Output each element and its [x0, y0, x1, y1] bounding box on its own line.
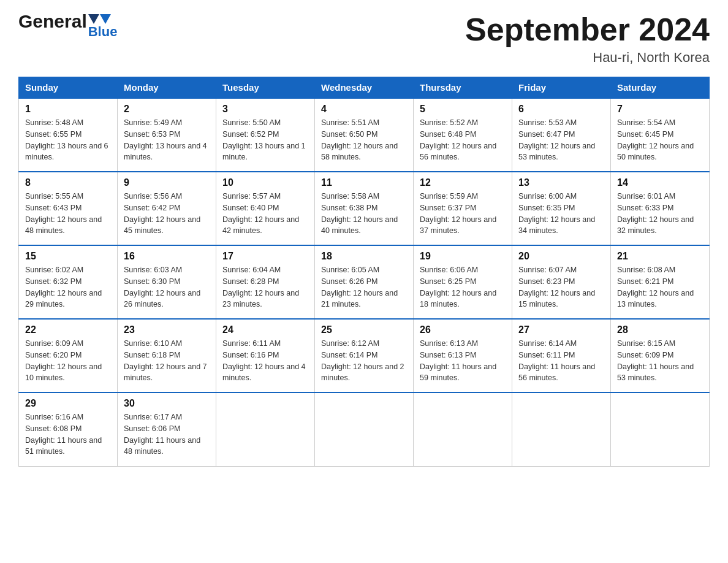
day-info: Sunrise: 5:50 AM Sunset: 6:52 PM Dayligh… [222, 117, 308, 163]
day-number: 25 [321, 324, 407, 335]
day-info: Sunrise: 6:03 AM Sunset: 6:30 PM Dayligh… [124, 264, 210, 310]
table-row: 8 Sunrise: 5:55 AM Sunset: 6:43 PM Dayli… [19, 172, 118, 245]
table-row: 30 Sunrise: 6:17 AM Sunset: 6:06 PM Dayl… [118, 393, 216, 466]
day-info: Sunrise: 6:01 AM Sunset: 6:33 PM Dayligh… [617, 191, 703, 237]
logo-triangles [88, 14, 118, 24]
header-thursday: Thursday [414, 77, 512, 99]
day-info: Sunrise: 5:52 AM Sunset: 6:48 PM Dayligh… [420, 117, 506, 163]
day-info: Sunrise: 5:48 AM Sunset: 6:55 PM Dayligh… [25, 117, 111, 163]
header-sunday: Sunday [19, 77, 118, 99]
day-info: Sunrise: 5:59 AM Sunset: 6:37 PM Dayligh… [420, 191, 506, 237]
table-row: 28 Sunrise: 6:15 AM Sunset: 6:09 PM Dayl… [611, 319, 710, 393]
table-row: 18 Sunrise: 6:05 AM Sunset: 6:26 PM Dayl… [315, 245, 414, 319]
calendar-table: Sunday Monday Tuesday Wednesday Thursday… [18, 77, 710, 467]
header-monday: Monday [118, 77, 216, 99]
day-info: Sunrise: 6:15 AM Sunset: 6:09 PM Dayligh… [617, 338, 703, 384]
table-row: 10 Sunrise: 5:57 AM Sunset: 6:40 PM Dayl… [216, 172, 315, 245]
table-row: 16 Sunrise: 6:03 AM Sunset: 6:30 PM Dayl… [118, 245, 216, 319]
table-row: 21 Sunrise: 6:08 AM Sunset: 6:21 PM Dayl… [611, 245, 710, 319]
table-row: 25 Sunrise: 6:12 AM Sunset: 6:14 PM Dayl… [315, 319, 414, 393]
table-row: 14 Sunrise: 6:01 AM Sunset: 6:33 PM Dayl… [611, 172, 710, 245]
day-number: 6 [518, 104, 604, 115]
day-number: 11 [321, 177, 407, 188]
day-info: Sunrise: 6:11 AM Sunset: 6:16 PM Dayligh… [222, 338, 308, 384]
day-number: 10 [222, 177, 308, 188]
day-info: Sunrise: 5:57 AM Sunset: 6:40 PM Dayligh… [222, 191, 308, 237]
day-number: 14 [617, 177, 703, 188]
day-number: 15 [25, 251, 111, 262]
table-row: 19 Sunrise: 6:06 AM Sunset: 6:25 PM Dayl… [414, 245, 512, 319]
day-info: Sunrise: 6:17 AM Sunset: 6:06 PM Dayligh… [124, 412, 210, 458]
day-number: 27 [518, 324, 604, 335]
header-tuesday: Tuesday [216, 77, 315, 99]
table-row: 1 Sunrise: 5:48 AM Sunset: 6:55 PM Dayli… [19, 98, 118, 172]
week-row-3: 15 Sunrise: 6:02 AM Sunset: 6:32 PM Dayl… [19, 245, 710, 319]
day-number: 23 [124, 324, 210, 335]
title-area: September 2024 Hau-ri, North Korea [465, 12, 710, 66]
table-row [315, 393, 414, 466]
table-row: 22 Sunrise: 6:09 AM Sunset: 6:20 PM Dayl… [19, 319, 118, 393]
table-row: 9 Sunrise: 5:56 AM Sunset: 6:42 PM Dayli… [118, 172, 216, 245]
table-row: 7 Sunrise: 5:54 AM Sunset: 6:45 PM Dayli… [611, 98, 710, 172]
day-number: 13 [518, 177, 604, 188]
day-number: 22 [25, 324, 111, 335]
header-friday: Friday [512, 77, 611, 99]
day-number: 4 [321, 104, 407, 115]
day-number: 1 [25, 104, 111, 115]
day-number: 18 [321, 251, 407, 262]
weekday-header-row: Sunday Monday Tuesday Wednesday Thursday… [19, 77, 710, 99]
day-info: Sunrise: 6:06 AM Sunset: 6:25 PM Dayligh… [420, 264, 506, 310]
table-row: 20 Sunrise: 6:07 AM Sunset: 6:23 PM Dayl… [512, 245, 611, 319]
table-row: 12 Sunrise: 5:59 AM Sunset: 6:37 PM Dayl… [414, 172, 512, 245]
day-number: 24 [222, 324, 308, 335]
day-info: Sunrise: 5:54 AM Sunset: 6:45 PM Dayligh… [617, 117, 703, 163]
day-info: Sunrise: 6:04 AM Sunset: 6:28 PM Dayligh… [222, 264, 308, 310]
day-info: Sunrise: 6:10 AM Sunset: 6:18 PM Dayligh… [124, 338, 210, 384]
week-row-1: 1 Sunrise: 5:48 AM Sunset: 6:55 PM Dayli… [19, 98, 710, 172]
table-row: 5 Sunrise: 5:52 AM Sunset: 6:48 PM Dayli… [414, 98, 512, 172]
table-row: 29 Sunrise: 6:16 AM Sunset: 6:08 PM Dayl… [19, 393, 118, 466]
day-number: 7 [617, 104, 703, 115]
table-row: 23 Sunrise: 6:10 AM Sunset: 6:18 PM Dayl… [118, 319, 216, 393]
table-row: 17 Sunrise: 6:04 AM Sunset: 6:28 PM Dayl… [216, 245, 315, 319]
day-info: Sunrise: 5:55 AM Sunset: 6:43 PM Dayligh… [25, 191, 111, 237]
logo-general-text: General [18, 12, 87, 31]
logo-blue-text: Blue [88, 24, 118, 40]
day-number: 26 [420, 324, 506, 335]
table-row [414, 393, 512, 466]
week-row-5: 29 Sunrise: 6:16 AM Sunset: 6:08 PM Dayl… [19, 393, 710, 466]
day-info: Sunrise: 6:14 AM Sunset: 6:11 PM Dayligh… [518, 338, 604, 384]
day-info: Sunrise: 5:53 AM Sunset: 6:47 PM Dayligh… [518, 117, 604, 163]
day-number: 8 [25, 177, 111, 188]
calendar-title: September 2024 [465, 12, 710, 47]
week-row-4: 22 Sunrise: 6:09 AM Sunset: 6:20 PM Dayl… [19, 319, 710, 393]
table-row [611, 393, 710, 466]
table-row: 3 Sunrise: 5:50 AM Sunset: 6:52 PM Dayli… [216, 98, 315, 172]
header-saturday: Saturday [611, 77, 710, 99]
day-info: Sunrise: 6:16 AM Sunset: 6:08 PM Dayligh… [25, 412, 111, 458]
day-info: Sunrise: 5:51 AM Sunset: 6:50 PM Dayligh… [321, 117, 407, 163]
triangle-dark-icon [88, 14, 99, 24]
day-info: Sunrise: 6:02 AM Sunset: 6:32 PM Dayligh… [25, 264, 111, 310]
day-number: 12 [420, 177, 506, 188]
day-number: 20 [518, 251, 604, 262]
logo: General Blue [18, 12, 117, 40]
triangle-blue-icon [100, 14, 111, 24]
day-number: 9 [124, 177, 210, 188]
table-row: 24 Sunrise: 6:11 AM Sunset: 6:16 PM Dayl… [216, 319, 315, 393]
day-info: Sunrise: 5:49 AM Sunset: 6:53 PM Dayligh… [124, 117, 210, 163]
table-row: 11 Sunrise: 5:58 AM Sunset: 6:38 PM Dayl… [315, 172, 414, 245]
table-row: 15 Sunrise: 6:02 AM Sunset: 6:32 PM Dayl… [19, 245, 118, 319]
day-info: Sunrise: 6:09 AM Sunset: 6:20 PM Dayligh… [25, 338, 111, 384]
table-row: 13 Sunrise: 6:00 AM Sunset: 6:35 PM Dayl… [512, 172, 611, 245]
header-wednesday: Wednesday [315, 77, 414, 99]
day-number: 21 [617, 251, 703, 262]
table-row [216, 393, 315, 466]
day-info: Sunrise: 6:12 AM Sunset: 6:14 PM Dayligh… [321, 338, 407, 384]
day-number: 30 [124, 398, 210, 409]
table-row: 6 Sunrise: 5:53 AM Sunset: 6:47 PM Dayli… [512, 98, 611, 172]
table-row [512, 393, 611, 466]
day-number: 29 [25, 398, 111, 409]
table-row: 4 Sunrise: 5:51 AM Sunset: 6:50 PM Dayli… [315, 98, 414, 172]
day-number: 17 [222, 251, 308, 262]
